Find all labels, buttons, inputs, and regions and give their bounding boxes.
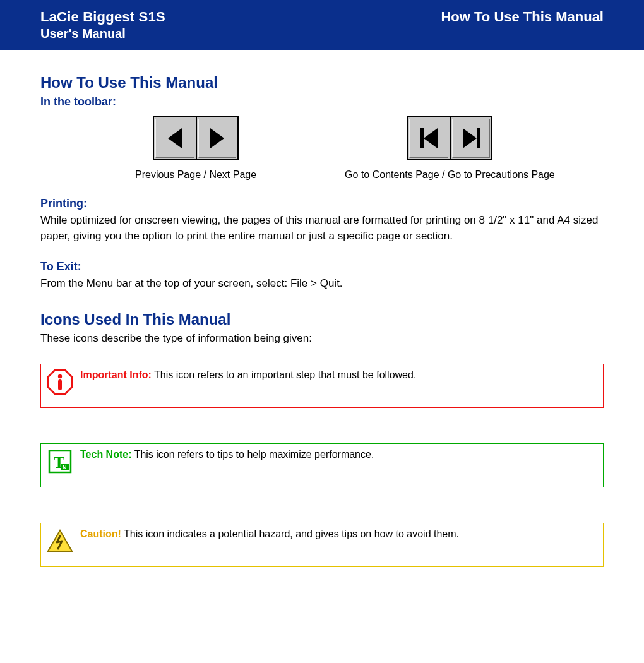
tech-note-icon: T N N	[46, 448, 74, 475]
manual-subtitle: User's Manual	[40, 27, 165, 41]
prev-page-button[interactable]	[154, 117, 196, 159]
printing-text: While optimized for onscreen viewing, th…	[40, 213, 604, 244]
go-contents-button[interactable]	[408, 117, 450, 159]
triangle-left-icon	[168, 128, 182, 148]
first-page-icon	[420, 128, 438, 148]
exit-text: From the Menu bar at the top of your scr…	[40, 276, 604, 292]
triangle-right-icon	[210, 128, 224, 148]
page-topic-title: How To Use This Manual	[441, 9, 604, 25]
icons-intro-text: These icons describe the type of informa…	[40, 332, 604, 345]
caution-callout: Caution! This icon indicates a potential…	[40, 523, 604, 567]
last-page-icon	[463, 128, 480, 148]
product-title: LaCie Biggest S1S	[40, 9, 165, 25]
section-icons-used: Icons Used In This Manual	[40, 311, 604, 328]
prev-next-caption: Previous Page / Next Page	[135, 169, 256, 181]
caution-label: Caution!	[80, 529, 121, 539]
contents-precautions-caption: Go to Contents Page / Go to Precautions …	[345, 169, 555, 181]
svg-rect-2	[58, 379, 62, 390]
important-info-icon	[46, 368, 74, 396]
printing-subhead: Printing:	[40, 197, 604, 210]
toolbar-subhead: In the toolbar:	[40, 95, 604, 109]
tech-note-callout: T N N Tech Note: This icon refers to tip…	[40, 443, 604, 487]
tech-note-text: This icon refers to tips to help maximiz…	[131, 449, 374, 460]
caution-text: This icon indicates a potential hazard, …	[121, 529, 459, 539]
caution-icon	[46, 527, 74, 555]
exit-subhead: To Exit:	[40, 260, 604, 273]
section-how-to-use: How To Use This Manual	[40, 74, 604, 92]
next-page-button[interactable]	[196, 117, 237, 159]
svg-text:N: N	[63, 464, 67, 470]
tech-note-label: Tech Note:	[80, 449, 131, 460]
svg-point-1	[58, 374, 62, 378]
header-banner: LaCie Biggest S1S User's Manual How To U…	[0, 0, 644, 50]
important-label: Important Info:	[80, 369, 152, 380]
toolbar-illustration: Previous Page / Next Page Go to Contents…	[40, 116, 604, 181]
important-info-callout: Important Info: This icon refers to an i…	[40, 364, 604, 408]
important-text: This icon refers to an important step th…	[152, 369, 416, 380]
go-precautions-button[interactable]	[450, 117, 491, 159]
